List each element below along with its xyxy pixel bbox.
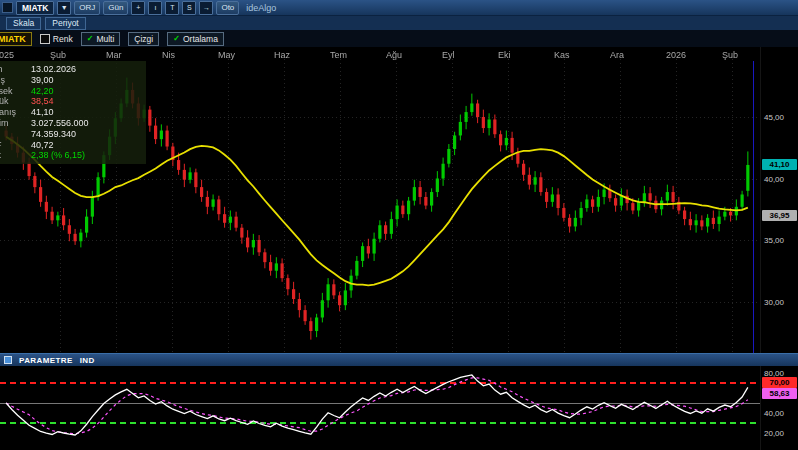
info-value-date: 13.02.2026: [31, 64, 76, 75]
info-value-avg: 40,72: [31, 140, 54, 151]
info-value-high: 42,20: [31, 86, 54, 97]
period-gun-button[interactable]: Gün: [103, 1, 128, 15]
x-axis-label: Eki: [498, 50, 511, 60]
cizgi-button[interactable]: Çizgi: [128, 32, 159, 46]
top-toolbar: MIATK ▼ ORJ Gün + ı T S → Oto ideAlgo: [0, 0, 798, 15]
x-axis-label: Ara: [610, 50, 624, 60]
orj-button[interactable]: ORJ: [74, 1, 100, 15]
checkbox-icon: [40, 34, 50, 44]
info-label: AOF: [0, 140, 31, 151]
rsi-indicator-panel[interactable]: [0, 366, 760, 450]
price-axis[interactable]: 45,0040,0035,0030,0041,1036,95: [760, 47, 798, 353]
price-tick-label: 40,00: [764, 175, 784, 184]
check-icon: ✓: [173, 34, 180, 43]
ticker-select[interactable]: MIATK: [16, 1, 54, 15]
rsi-indicator-canvas[interactable]: [0, 366, 760, 450]
candlestick-chart-panel[interactable]: 2025ŞubMarNisMayHazTemAğuEylEkiKasAra202…: [0, 47, 760, 353]
check-icon: ✓: [87, 34, 94, 43]
x-axis-label: Kas: [554, 50, 570, 60]
multi-toggle[interactable]: ✓ Multi: [81, 32, 121, 46]
x-axis-label: Tem: [330, 50, 347, 60]
renk-checkbox[interactable]: Renk: [40, 34, 73, 44]
trendline-tool-button[interactable]: →: [199, 1, 213, 15]
info-value-close: 41,10: [31, 107, 54, 118]
info-label: Hacim: [0, 118, 31, 129]
x-axis-label: Ağu: [386, 50, 402, 60]
parametre-icon: [4, 356, 12, 364]
ma-value-badge: 36,95: [762, 210, 797, 221]
brand-logo: ideAlgo: [246, 3, 276, 13]
multi-label: Multi: [96, 34, 114, 44]
rsi-value-badge: 58,63: [762, 388, 797, 399]
chart-ticker-label[interactable]: MIATK: [0, 32, 32, 46]
info-value-change: 2,38 (% 6,15): [31, 150, 85, 161]
cursor-tool-button[interactable]: ı: [148, 1, 162, 15]
info-label: Düşük: [0, 96, 31, 107]
x-axis-label: Şub: [722, 50, 738, 60]
indicator-header: PARAMETRE IND: [0, 353, 798, 366]
x-axis-label: Şub: [50, 50, 66, 60]
info-value-volume: 3.027.556.000: [31, 118, 89, 129]
x-axis-label: 2025: [0, 50, 14, 60]
shape-tool-button[interactable]: S: [182, 1, 196, 15]
indicator-tick-label: 20,00: [764, 429, 784, 438]
chart-toolbar: MIATK Renk ✓ Multi Çizgi ✓ Ortalama: [0, 30, 798, 47]
add-tool-button[interactable]: +: [131, 1, 145, 15]
periyot-tab[interactable]: Periyot: [45, 17, 85, 30]
indicator-tick-label: 40,00: [764, 409, 784, 418]
secondary-toolbar: Skala Periyot: [0, 15, 798, 30]
x-axis-label: 2026: [666, 50, 686, 60]
ind-tab[interactable]: IND: [80, 356, 95, 365]
ortalama-label: Ortalama: [183, 34, 218, 44]
info-value-low: 38,54: [31, 96, 54, 107]
info-label: Kapanış: [0, 107, 31, 118]
x-axis-label: May: [218, 50, 235, 60]
cizgi-label: Çizgi: [134, 34, 153, 44]
x-axis-label: Nis: [162, 50, 175, 60]
oto-button[interactable]: Oto: [216, 1, 239, 15]
x-axis-label: Eyl: [442, 50, 455, 60]
info-label: Fark: [0, 150, 31, 161]
quote-info-panel: Tarih13.02.2026 Açılış39,00 Yüksek42,20 …: [0, 61, 146, 164]
info-label: Yüksek: [0, 86, 31, 97]
parametre-tab[interactable]: PARAMETRE: [19, 356, 73, 365]
trading-app-window: { "toolbar": { "ticker": "MIATK", "dropd…: [0, 0, 798, 450]
app-icon[interactable]: [2, 2, 13, 13]
last-price-badge: 41,10: [762, 159, 797, 170]
x-axis-label: Mar: [106, 50, 122, 60]
ortalama-toggle[interactable]: ✓ Ortalama: [167, 32, 224, 46]
price-tick-label: 45,00: [764, 113, 784, 122]
price-tick-label: 35,00: [764, 236, 784, 245]
renk-label: Renk: [53, 34, 73, 44]
info-value-lot: 74.359.340: [31, 129, 76, 140]
overbought-level-badge: 70,00: [762, 377, 797, 388]
text-tool-button[interactable]: T: [165, 1, 179, 15]
ticker-dropdown-icon[interactable]: ▼: [57, 1, 71, 15]
info-label: Tarih: [0, 64, 31, 75]
price-tick-label: 30,00: [764, 298, 784, 307]
x-axis-label: Haz: [274, 50, 290, 60]
info-value-open: 39,00: [31, 75, 54, 86]
info-label: Açılış: [0, 75, 31, 86]
indicator-axis[interactable]: 80,0040,0020,0070,0058,63: [760, 366, 798, 450]
info-label: Lot: [0, 129, 31, 140]
skala-tab[interactable]: Skala: [6, 17, 41, 30]
